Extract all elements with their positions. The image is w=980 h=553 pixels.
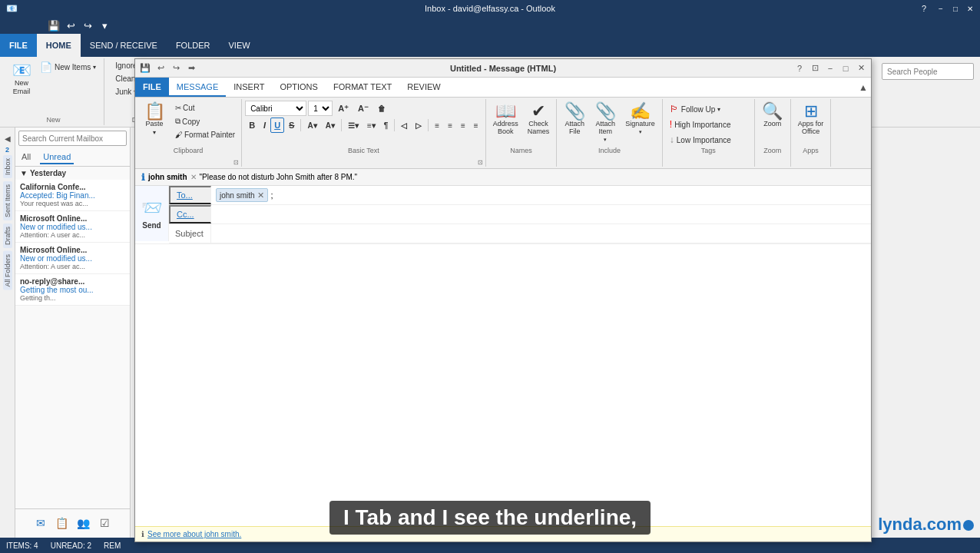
compose-undo-button[interactable]: ↩ <box>154 61 167 75</box>
email-item-3[interactable]: no-reply@share... Getting the most ou...… <box>15 274 130 306</box>
compose-follow-up-button[interactable]: 🏳 Follow Up ▾ <box>666 102 751 116</box>
numbering-button[interactable]: ≡▾ <box>363 118 379 133</box>
cc-button[interactable]: Cc... <box>169 205 211 224</box>
copy-button[interactable]: ⧉ Copy <box>172 115 238 127</box>
italic-button[interactable]: I <box>260 118 270 133</box>
calendar-nav-button[interactable]: 📋 <box>55 515 70 531</box>
font-select[interactable]: Calibri <box>245 101 306 116</box>
tab-unread[interactable]: Unread <box>40 151 74 164</box>
new-items-button[interactable]: 📄 New Items ▾ <box>37 60 99 75</box>
align-center-button[interactable]: ≡ <box>444 118 456 133</box>
compose-tab-review[interactable]: REVIEW <box>399 78 448 97</box>
maximize-button[interactable]: □ <box>949 2 962 15</box>
tab-folder[interactable]: FOLDER <box>167 34 220 57</box>
compose-pop-out-button[interactable]: ⊡ <box>808 61 822 75</box>
close-button[interactable]: ✕ <box>963 2 977 15</box>
tab-send-receive[interactable]: SEND / RECEIVE <box>81 34 167 57</box>
tab-file[interactable]: FILE <box>0 34 37 57</box>
compose-tab-options[interactable]: OPTIONS <box>272 78 326 97</box>
clear-format-button[interactable]: 🗑 <box>374 101 389 116</box>
decrease-indent-button[interactable]: ◁ <box>397 118 411 133</box>
font-shrink-button[interactable]: A⁻ <box>354 101 372 116</box>
zoom-button[interactable]: 🔍 Zoom <box>758 101 787 131</box>
save-qat-button[interactable]: 💾 <box>46 18 61 33</box>
compose-body[interactable] <box>135 244 871 526</box>
drafts-label[interactable]: Drafts <box>3 224 12 248</box>
text-highlight-button[interactable]: A▾ <box>303 118 320 133</box>
yesterday-header[interactable]: ▼ Yesterday <box>15 167 130 180</box>
compose-tab-file[interactable]: FILE <box>135 78 169 97</box>
styles-button[interactable]: ¶ <box>380 118 392 133</box>
compose-tab-message[interactable]: MESSAGE <box>169 78 226 97</box>
help-icon[interactable]: ? <box>922 4 926 13</box>
tasks-nav-button[interactable]: ☑ <box>98 515 113 531</box>
attach-file-button[interactable]: 📎 AttachFile <box>560 101 589 138</box>
justify-button[interactable]: ≡ <box>470 118 482 133</box>
paste-button[interactable]: 📋 Paste ▾ <box>138 101 171 138</box>
search-people-input[interactable] <box>882 63 974 80</box>
subject-input[interactable] <box>211 227 871 240</box>
compose-tab-format-text[interactable]: FORMAT TEXT <box>326 78 399 97</box>
font-color-button[interactable]: A▾ <box>322 118 339 133</box>
sent-items-label[interactable]: Sent Items <box>3 181 12 220</box>
bold-button[interactable]: B <box>245 118 259 133</box>
send-button[interactable]: 📨 Send <box>135 186 169 241</box>
ribbon-collapse-button[interactable]: ▲ <box>859 82 868 93</box>
compose-close-button[interactable]: ✕ <box>854 61 868 75</box>
strikethrough-button[interactable]: S <box>285 118 298 133</box>
to-input[interactable] <box>270 190 868 200</box>
new-email-button[interactable]: 📧 NewEmail <box>8 60 35 98</box>
apps-for-office-button[interactable]: ⊞ Apps forOffice <box>794 101 828 138</box>
increase-indent-button[interactable]: ▷ <box>412 118 425 133</box>
filter-tabs: All Unread <box>15 149 130 167</box>
mail-nav-button[interactable]: ✉ <box>33 515 48 531</box>
cut-button[interactable]: ✂ Cut <box>172 102 238 114</box>
font-size-select[interactable]: 11 <box>308 101 333 116</box>
tooltip-bar: ℹ See more about john smith. <box>135 526 871 541</box>
to-button[interactable]: To... <box>169 186 211 204</box>
quick-access-toolbar: 💾 ↩ ↪ ▾ <box>0 17 980 34</box>
attach-item-button[interactable]: 📎 AttachItem ▾ <box>591 101 620 145</box>
tooltip-link[interactable]: See more about john smith. <box>147 530 241 538</box>
email-sidebar: All Unread ▼ Yesterday California Confe.… <box>15 127 131 553</box>
cc-input[interactable] <box>211 208 871 220</box>
email-item-2[interactable]: Microsoft Online... New or modified us..… <box>15 243 130 274</box>
compose-redo-button[interactable]: ↪ <box>169 61 183 75</box>
new-email-icon: 📧 <box>12 62 31 78</box>
tab-all[interactable]: All <box>18 151 34 164</box>
compose-save-button[interactable]: 💾 <box>138 61 152 75</box>
collapse-sidebar-button[interactable]: ◀ <box>0 131 15 146</box>
tab-view[interactable]: VIEW <box>220 34 260 57</box>
align-right-button[interactable]: ≡ <box>457 118 469 133</box>
format-painter-button[interactable]: 🖌 Format Painter <box>172 129 238 141</box>
recipient-tooltip-bar: ℹ john smith ✕ "Please do not disturb Jo… <box>135 169 871 186</box>
address-book-button[interactable]: 📖 AddressBook <box>489 101 522 138</box>
compose-low-importance-button[interactable]: ↓ Low Importance <box>666 133 751 147</box>
apps-group: ⊞ Apps forOffice Apps <box>791 99 832 167</box>
bullets-button[interactable]: ☰▾ <box>344 118 363 133</box>
underline-button[interactable]: U <box>270 118 284 133</box>
check-names-button[interactable]: ✔ CheckNames <box>524 101 554 138</box>
email-item-0[interactable]: California Confe... Accepted: Big Finan.… <box>15 180 130 211</box>
customize-qat-button[interactable]: ▾ <box>97 18 112 33</box>
compose-tab-insert[interactable]: INSERT <box>226 78 272 97</box>
undo-button[interactable]: ↩ <box>63 18 78 33</box>
align-left-button[interactable]: ≡ <box>431 118 443 133</box>
email-item-1[interactable]: Microsoft Online... New or modified us..… <box>15 211 130 243</box>
inbox-label[interactable]: Inbox <box>3 155 12 178</box>
all-folders-label[interactable]: All Folders <box>3 251 12 290</box>
remove-recipient-button[interactable]: ✕ <box>257 190 264 200</box>
signature-button[interactable]: ✍ Signature ▾ <box>621 101 659 137</box>
tab-home[interactable]: HOME <box>37 34 81 57</box>
search-mailbox-input[interactable] <box>18 131 127 146</box>
redo-button[interactable]: ↪ <box>80 18 95 33</box>
compose-high-importance-button[interactable]: ! High Importance <box>666 118 751 131</box>
search-area <box>15 127 130 149</box>
compose-minimize-button[interactable]: − <box>823 61 837 75</box>
font-grow-button[interactable]: A⁺ <box>334 101 353 116</box>
contacts-nav-button[interactable]: 👥 <box>76 515 91 531</box>
compose-send-button-tb[interactable]: ➡ <box>184 61 198 75</box>
compose-maximize-button[interactable]: □ <box>839 61 853 75</box>
compose-help-button[interactable]: ? <box>793 61 806 75</box>
minimize-button[interactable]: − <box>934 2 948 15</box>
